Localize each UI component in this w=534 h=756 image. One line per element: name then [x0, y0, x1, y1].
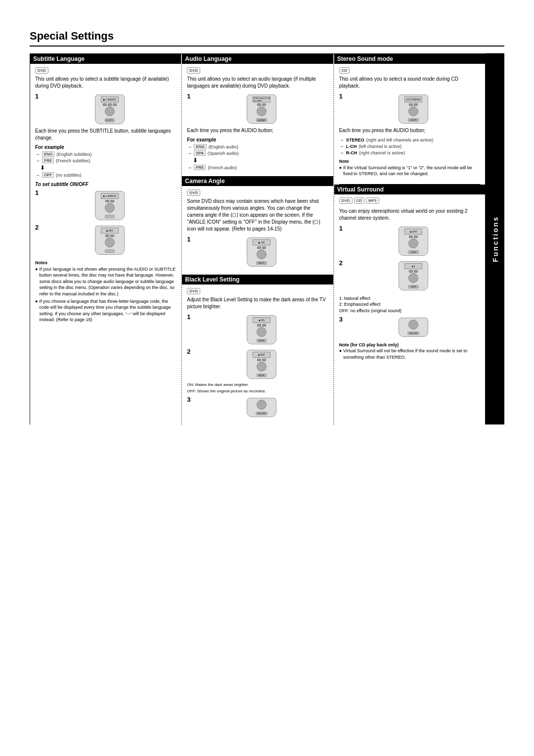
audio-language-header: Audio Language [182, 54, 333, 64]
step1-num: 1 [35, 93, 40, 100]
stereo-sound-col: Stereo Sound mode CD This unit allows yo… [334, 54, 486, 425]
stereo-screen-1: CD STEREO [404, 96, 422, 102]
audio-language-col: Audio Language DVD This unit allows you … [182, 54, 334, 425]
vs-cd-badge: CD [354, 197, 365, 204]
audio-eng-desc: (English audio) [209, 144, 238, 149]
vs-bullet: ● [339, 348, 342, 360]
off-desc: (no subtitles) [56, 173, 82, 178]
virtual-surround-section: Virtual Surround DVD CD MP3 You can enjo… [339, 184, 480, 361]
audio-fre-desc: (French audio) [208, 165, 237, 170]
bullet-1: ● [35, 266, 38, 297]
stb1 [409, 103, 413, 106]
pb3 [105, 235, 109, 237]
black-screen-1: ■ ON [253, 317, 270, 323]
stereo-sound-header: Stereo Sound mode [334, 54, 485, 64]
black-step3: 3 RETURN [187, 396, 328, 419]
vs-mp3-badge: MP3 [366, 197, 379, 204]
stereo-example-stereo: → STEREO (right and left channels are ac… [339, 137, 480, 142]
page-title: Special Settings [30, 30, 504, 47]
vs-step3-num: 3 [339, 316, 344, 323]
stop-btn [113, 103, 117, 106]
black-remote-1: ■ ON MODE [247, 315, 276, 344]
audio-fre-badge: FRE [194, 165, 206, 170]
cb2 [262, 246, 266, 249]
audio-eng-badge: ENG [194, 144, 206, 149]
note-1: ● If your language is not shown after pr… [35, 266, 176, 297]
stereo-example-rch: → R-CH (right channel is active) [339, 150, 480, 155]
audio-screen-1: 1.ENG Dolby D 3/2 1ch 48k/3 [253, 96, 270, 102]
black-dpad-1 [257, 327, 267, 337]
stb2 [414, 103, 418, 106]
camera-dvd-badge: DVD [187, 189, 200, 196]
subtitle-onoff-step2: 2 ■ OFF [35, 224, 176, 257]
ab1 [257, 103, 261, 106]
black-dpad-2 [257, 362, 267, 372]
vs-remote-1: ■ OFF SURR [399, 227, 428, 256]
audio-step1-num: 1 [187, 93, 192, 100]
subtitle-language-col: Subtitle Language DVD This unit allows y… [30, 54, 182, 425]
black-step1-num: 1 [187, 313, 192, 321]
bullet-2: ● [35, 298, 38, 323]
camera-remote-1: ▶ 1/8 ANGLE [247, 237, 276, 267]
audio-spa-desc: (Spanish audio) [208, 151, 239, 156]
vs-cd-note-content: Virtual Surround will not be effective i… [343, 348, 480, 360]
vs-remote-3: RETURN [399, 318, 428, 337]
eng-badge: ENG [42, 151, 54, 157]
subtitle-press-text: Each time you press the SUBTITLE button,… [35, 128, 176, 142]
black-step2: 2 ■ OFF MODE [187, 348, 328, 381]
stereo-cd-badge: CD [339, 67, 350, 74]
subtitle-example-label: For example [35, 144, 176, 150]
stereo-lch-desc: (left channel is active) [358, 144, 401, 149]
pb1 [105, 200, 109, 202]
audio-remote-1: 1.ENG Dolby D 3/2 1ch 48k/3 AUDIO [247, 94, 276, 124]
subtitle-remote-1: ▶ 1.ENG/S SUBTL [95, 94, 125, 124]
stereo-example-lch: → L-CH (left channel is active) [339, 143, 480, 149]
vs-step2-num: 2 [339, 259, 344, 267]
stereo-stereo-desc: (right and left channels are active) [366, 138, 434, 142]
vs-cd-note-text: ● Virtual Surround will not be effective… [339, 348, 480, 360]
audio-spa: → SPA (Spanish audio) [187, 150, 328, 156]
dpad-onoff2 [105, 237, 115, 247]
subtitle-screen-onoff2: ■ OFF [101, 228, 119, 234]
stereo-note-content: If the Virtual Surround setting is "1" o… [343, 165, 480, 177]
stereo-arrow-2: → [339, 143, 344, 149]
vs-dpad-1 [408, 238, 418, 248]
vs-screen-2: ■ 1 [404, 263, 422, 269]
stereo-arrow-3: → [339, 150, 344, 155]
vs-dvd-badge: DVD [339, 197, 353, 204]
virtual-surround-badges: DVD CD MP3 [339, 197, 480, 206]
audio-desc: This unit allows you to select an audio … [187, 76, 328, 90]
camera-desc: Some DVD discs may contain scenes which … [187, 198, 328, 233]
pb2 [110, 200, 114, 202]
subtitle-screen-onoff1: ▶ 1.ENG/S [101, 193, 119, 199]
stereo-dpad-1 [408, 106, 418, 116]
functions-label: Functions [491, 216, 499, 262]
audio-dvd-badge: DVD [187, 67, 200, 74]
note-2-text: If you choose a language that has three-… [39, 298, 176, 323]
camera-screen: ▶ 1/8 [253, 239, 270, 245]
subtitle-remote-onoff-2: ■ OFF [95, 226, 125, 255]
virtual-surround-header: Virtual Surround [334, 185, 485, 194]
fre-desc: (French subtitles) [56, 158, 90, 163]
vsb1 [409, 236, 413, 238]
subtitle-dvd-badge: DVD [35, 67, 48, 74]
black-screen-2: ■ OFF [253, 352, 270, 358]
vs-cd-note-label: Note (for CD play back only) [339, 342, 399, 347]
main-layout: Subtitle Language DVD This unit allows y… [30, 53, 504, 425]
stereo-note-label: Note [339, 159, 349, 164]
black-desc: Adjust the Black Level Setting to make t… [187, 296, 328, 310]
vs-step2: 2 ■ 1 SURR [339, 259, 480, 292]
subtitle-onoff-label: To set subtitle ON/OFF [35, 182, 176, 187]
off-badge: OFF [42, 172, 54, 178]
vs-remote-2: ■ 1 SURR [399, 261, 428, 290]
stereo-desc: This unit allows you to select a sound m… [339, 76, 480, 90]
black-remote-3: RETURN [247, 398, 276, 417]
audio-eng: → ENG (English audio) [187, 144, 328, 149]
subtitle-onoff-step1: 1 ▶ 1.ENG/S [35, 189, 176, 222]
onoff-step2-num: 2 [35, 224, 40, 231]
vs-screen-1: ■ OFF [404, 229, 422, 235]
stereo-remote-1: CD STEREO AUDIO [399, 94, 428, 124]
subtitle-example: For example → ENG (English subtitles) → … [35, 144, 176, 178]
vs-effect-2: 2: Emphasized effect [339, 301, 480, 308]
stereo-step1: 1 CD STEREO AUDIO [339, 93, 480, 126]
